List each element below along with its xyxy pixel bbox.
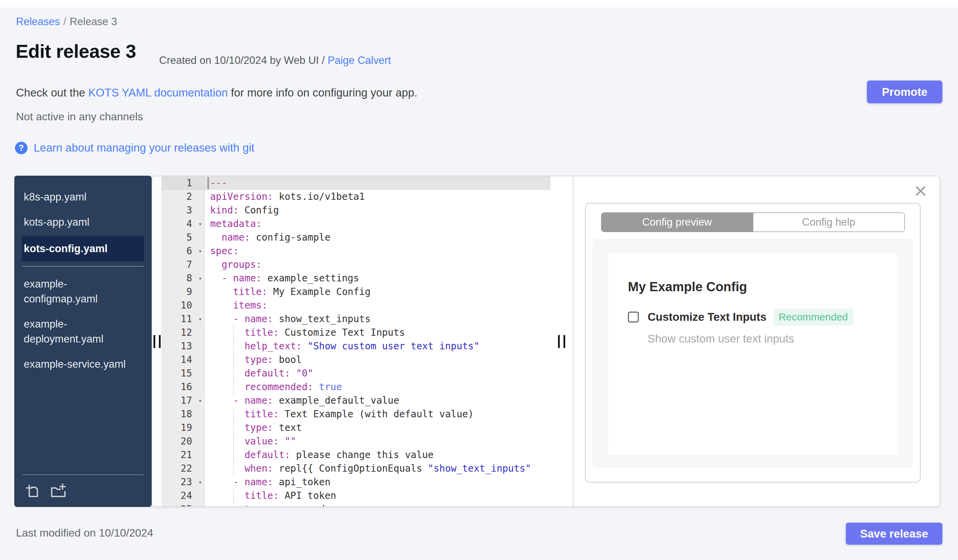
code-line-8[interactable]: - name: example_settings	[205, 272, 550, 285]
sidebar-item-k8s-app-yaml[interactable]: k8s-app.yaml	[14, 185, 152, 210]
save-release-button[interactable]: Save release	[846, 523, 942, 545]
config-item-row: Customize Text Inputs Recommended	[628, 308, 879, 326]
page-title: Edit release 3	[16, 40, 136, 62]
line-number-3: 3	[162, 204, 204, 217]
sidebar-item-example-service-yaml[interactable]: example-service.yaml	[14, 352, 152, 377]
edit-release-page: Releases/Release 3 Edit release 3 Create…	[0, 0, 958, 560]
created-by-link[interactable]: Paige Calvert	[328, 54, 391, 66]
line-number-4: 4▾	[162, 217, 204, 231]
fold-toggle-icon[interactable]: ▾	[198, 217, 202, 231]
code-line-12[interactable]: title: Customize Text Inputs	[205, 326, 550, 340]
preview-resize-handle[interactable]	[558, 335, 565, 348]
line-number-12: 12	[162, 326, 204, 340]
config-item-help-text: Show custom user text inputs	[648, 332, 879, 345]
config-preview-panel: Config preview Config help My Example Co…	[573, 176, 940, 506]
code-line-13[interactable]: help_text: "Show custom user text inputs…	[205, 340, 550, 353]
fold-toggle-icon[interactable]: ▾	[198, 394, 202, 407]
sidebar-item-kots-app-yaml[interactable]: kots-app.yaml	[14, 210, 152, 235]
indent-guide	[233, 503, 234, 506]
config-card: Config preview Config help My Example Co…	[585, 203, 921, 482]
line-number-1: 1	[162, 176, 204, 190]
line-number-25: 25	[162, 503, 204, 507]
indent-guide	[233, 326, 234, 340]
line-number-10: 10	[162, 299, 204, 312]
indent-guide	[233, 340, 234, 353]
file-list: k8s-app.yamlkots-app.yamlkots-config.yam…	[14, 185, 152, 377]
code-line-14[interactable]: type: bool	[205, 353, 550, 367]
breadcrumb-separator: /	[63, 16, 66, 27]
config-tabbar: Config preview Config help	[601, 212, 905, 232]
code-line-20[interactable]: value: ""	[205, 435, 550, 448]
line-number-7: 7	[162, 258, 204, 272]
file-sidebar: k8s-app.yamlkots-app.yamlkots-config.yam…	[14, 176, 152, 507]
line-number-17: 17▾	[162, 394, 204, 407]
code-line-9[interactable]: title: My Example Config	[205, 285, 550, 299]
code-line-10[interactable]: items:	[205, 299, 550, 312]
git-releases-link[interactable]: Learn about managing your releases with …	[34, 141, 254, 154]
indent-guide	[233, 367, 234, 380]
code-line-19[interactable]: type: text	[205, 421, 550, 435]
fold-toggle-icon[interactable]: ▾	[198, 244, 202, 258]
line-number-11: 11▾	[162, 312, 204, 326]
line-number-21: 21	[162, 448, 204, 462]
code-line-17[interactable]: - name: example_default_value	[205, 394, 550, 407]
sidebar-item-kots-config-yaml[interactable]: kots-config.yaml	[22, 236, 144, 261]
tab-config-preview[interactable]: Config preview	[601, 212, 753, 232]
line-number-6: 6▾	[162, 244, 204, 258]
indent-guide	[233, 353, 234, 367]
new-file-icon[interactable]	[24, 483, 40, 499]
customize-text-inputs-checkbox[interactable]	[628, 312, 639, 323]
code-line-16[interactable]: recommended: true	[205, 380, 550, 394]
code-line-3[interactable]: kind: Config	[205, 204, 550, 217]
code-line-4[interactable]: metadata:	[205, 217, 550, 231]
code-line-18[interactable]: title: Text Example (with default value)	[205, 407, 550, 421]
code-line-1[interactable]: ---	[205, 176, 550, 190]
code-line-23[interactable]: - name: api_token	[205, 475, 550, 489]
indent-guide	[233, 435, 234, 448]
line-number-19: 19	[162, 421, 204, 435]
fold-toggle-icon[interactable]: ▾	[198, 312, 202, 326]
breadcrumb: Releases/Release 3	[16, 16, 117, 28]
line-number-16: 16	[162, 380, 204, 394]
code-line-25[interactable]: type: password	[205, 503, 550, 506]
new-folder-icon[interactable]	[49, 483, 67, 499]
fold-toggle-icon[interactable]: ▾	[198, 475, 202, 489]
promote-button[interactable]: Promote	[867, 81, 942, 103]
line-number-22: 22	[162, 462, 204, 475]
code-line-21[interactable]: default: please change this value	[205, 448, 550, 462]
line-number-20: 20	[162, 435, 204, 448]
breadcrumb-current: Release 3	[70, 16, 117, 27]
code-line-24[interactable]: title: API token	[205, 489, 550, 503]
close-icon[interactable]	[912, 183, 929, 199]
code-line-11[interactable]: - name: show_text_inputs	[205, 312, 550, 326]
fold-toggle-icon[interactable]: ▾	[198, 272, 202, 285]
left-resize-zone	[152, 176, 162, 506]
code-line-6[interactable]: spec:	[205, 244, 550, 258]
sidebar-actions	[22, 475, 143, 507]
release-editor: k8s-app.yamlkots-app.yamlkots-config.yam…	[14, 176, 940, 507]
question-mark-icon: ?	[15, 142, 27, 154]
indent-guide	[233, 448, 234, 462]
git-help-row: ? Learn about managing your releases wit…	[15, 141, 254, 154]
sidebar-resize-handle[interactable]	[153, 335, 160, 348]
right-resize-zone	[550, 176, 573, 506]
docs-hint-suffix: for more info on configuring your app.	[228, 86, 417, 99]
tab-config-help[interactable]: Config help	[753, 212, 905, 232]
code-line-2[interactable]: apiVersion: kots.io/v1beta1	[205, 190, 550, 204]
file-list-divider	[22, 266, 143, 267]
config-item-label: Customize Text Inputs	[648, 310, 767, 323]
code-editor[interactable]: ---apiVersion: kots.io/v1beta1kind: Conf…	[205, 176, 550, 506]
created-text: Created on 10/10/2024 by Web UI /	[159, 54, 328, 66]
code-line-22[interactable]: when: repl{{ ConfigOptionEquals "show_te…	[205, 462, 550, 475]
breadcrumb-releases-link[interactable]: Releases	[16, 16, 60, 27]
code-line-7[interactable]: groups:	[205, 258, 550, 272]
kots-docs-link[interactable]: KOTS YAML documentation	[89, 86, 228, 99]
top-strip	[0, 0, 958, 8]
sidebar-item-example-deployment-yaml[interactable]: example-deployment.yaml	[14, 312, 152, 352]
indent-guide	[233, 462, 234, 475]
code-line-15[interactable]: default: "0"	[205, 367, 550, 380]
editor-card: 1234▾56▾78▾91011▾121314151617▾1819202122…	[152, 176, 940, 507]
channel-status-text: Not active in any channels	[16, 111, 143, 123]
sidebar-item-example-configmap-yaml[interactable]: example-configmap.yaml	[14, 272, 152, 312]
code-line-5[interactable]: name: config-sample	[205, 231, 550, 244]
